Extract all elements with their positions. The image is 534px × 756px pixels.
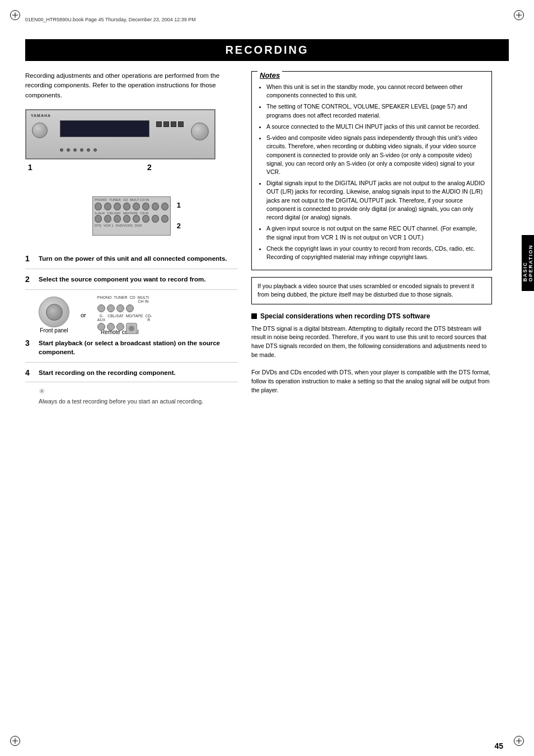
notes-title: Notes [257,71,282,79]
remote-control-img: PHONO TUNER CD MULTI CH IN [97,295,142,329]
rear-jack [95,203,102,210]
step-4-num: 4 [25,368,34,377]
warning-box: If you playback a video source that uses… [251,277,492,304]
page-content: RECORDING Recording adjustments and othe… [25,39,509,731]
rear-jack [142,203,149,210]
front-panel-container: Front panel [39,297,69,334]
remote-buttons-top [97,304,142,312]
notes-item-2: A source connected to the MULTI CH INPUT… [266,123,486,131]
page-title: RECORDING [25,39,509,61]
remote-btn-special [126,323,137,334]
remote-btn [97,304,105,312]
rear-panel-label-2: 2 [177,222,181,230]
corner-mark-bl [10,736,20,746]
panel-area: Front panel or PHONO TUNER CD MULTI CH I… [39,295,238,335]
notes-item-1: The setting of TONE CONTROL, VOLUME, SPE… [266,102,486,119]
receiver-dot [73,148,77,152]
rear-jack [95,215,102,223]
rear-panel-label-1: 1 [177,201,181,209]
rear-label-phono: PHONO [95,198,107,201]
remote-btn [116,304,124,312]
rear-labels-row: PHONO TUNER CD MULT CH IN [93,197,170,203]
receiver-dot [67,148,70,152]
recv-btn [178,121,184,127]
recv-btn [163,121,169,127]
rear-label-dts: DTS [95,224,101,227]
remote-btn-inner [129,326,134,331]
square-bullet-icon [251,313,257,319]
step-1-text: Turn on the power of this unit and all c… [39,254,227,263]
tip-icon: ✳ [39,387,238,396]
notes-box: Notes When this unit is set in the stand… [251,71,492,270]
remote-control-container: PHONO TUNER CD MULTI CH IN [97,295,142,335]
receiver-image-container: YAMAHA [25,109,238,159]
tip-text: Always do a test recording before you st… [39,398,238,405]
rear-jack [152,203,159,210]
remote-label-phono: PHONO [97,295,112,303]
rear-label-dvd: DVD [135,224,142,227]
rear-labels-row3: DTS VCR 1 DVD/VCR2 DVD [93,224,170,227]
receiver-dots [60,148,97,152]
remote-btn [107,323,115,331]
rear-label-mdtape: MD/TAPE [123,212,138,215]
remote-label-cd: CD [130,295,135,303]
step-3-text: Start playback (or select a broadcast st… [39,339,238,356]
front-panel-label: Front panel [39,327,69,334]
receiver-dot [80,148,83,152]
recv-btn [156,121,162,127]
rear-jack [104,203,111,210]
rear-label-svaux: S-AUX [95,212,105,215]
remote-labels-bottom: S-AUX CBL/SAT MD/TAPE CD-R [97,314,142,322]
receiver-dot [60,148,63,152]
rear-jack [114,215,121,223]
sidebar-tab-text: BASICOPERATION [522,245,533,281]
rear-jack [104,215,111,223]
corner-mark-tr [514,10,524,20]
remote-btn [126,304,134,312]
receiver-buttons-right [156,121,184,127]
special-text: The DTS signal is a digital bitstream. A… [251,325,492,395]
receiver-knob-left [32,123,48,138]
remote-label-tuner: TUNER [114,295,127,303]
receiver-brand: YAMAHA [31,114,51,118]
corner-mark-br [514,736,524,746]
rear-label-dvdvcr2: DVD/VCR2 [116,224,133,227]
receiver-image: YAMAHA [25,109,216,159]
notes-list: When this unit is set in the standby mod… [257,83,486,261]
special-heading: Special considerations when recording DT… [251,312,492,320]
special-section: Special considerations when recording DT… [251,312,492,395]
remote-label-mdtape: MD/TAPE [126,314,143,322]
step-3: 3 Start playback (or select a broadcast … [25,339,238,363]
left-column: Recording adjustments and other operatio… [25,71,238,405]
step-2-text: Select the source component you want to … [39,275,205,284]
receiver-knob-right [191,123,209,140]
notes-item-0: When this unit is set in the standby mod… [266,83,486,100]
receiver-display [60,120,149,137]
step-4-row: 4 Start recording on the recording compo… [25,368,238,382]
right-col-inner: Notes When this unit is set in the stand… [251,71,509,395]
rear-jack [133,215,140,223]
rear-label-cd: CD [123,198,128,201]
rear-jack [152,215,159,223]
rear-jacks-row2 [93,215,170,224]
remote-label-svaux: S-AUX [97,314,105,322]
receiver-dot [87,148,90,152]
step-4: 4 Start recording on the recording compo… [25,368,238,382]
rear-jack [133,203,140,210]
remote-label-cdr: CD-R [145,314,152,322]
step-1-num: 1 [25,254,34,263]
rear-jack [161,215,168,223]
step-2: 2 Select the source component you want t… [25,275,238,290]
steps-container: 1 Turn on the power of this unit and all… [25,254,238,382]
receiver-label-2: 2 [147,163,152,172]
intro-text: Recording adjustments and other operatio… [25,71,238,100]
step-2-num: 2 [25,275,34,284]
rear-jack [142,215,149,223]
notes-item-3: S-video and composite video signals pass… [266,134,486,176]
notes-item-6: Check the copyright laws in your country… [266,245,486,261]
step-4-text: Start recording on the recording compone… [39,368,176,377]
rear-jack [123,203,130,210]
receiver-body: YAMAHA [26,110,215,159]
remote-btn [107,304,115,312]
main-layout: Recording adjustments and other operatio… [25,71,509,405]
